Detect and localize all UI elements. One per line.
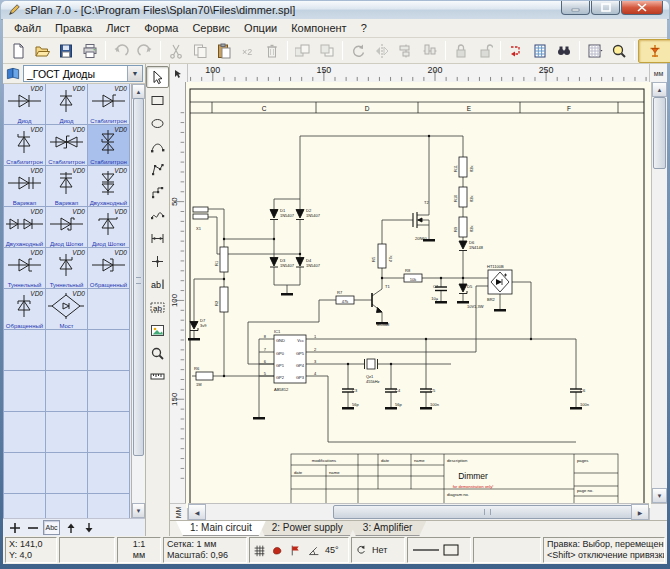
- library-cell-empty[interactable]: [46, 330, 88, 371]
- library-cell-dual-h[interactable]: VD0Двуханодный: [3, 207, 46, 248]
- menu-item-form[interactable]: Форма: [137, 20, 185, 36]
- sheet-grid-button[interactable]: [528, 39, 552, 63]
- library-cell-schottky-h[interactable]: VD0Диод Шотки: [46, 207, 88, 248]
- library-cell-empty[interactable]: [46, 371, 88, 412]
- send-back-button[interactable]: [315, 39, 339, 63]
- library-cell-empty[interactable]: [88, 494, 130, 518]
- mirror-button[interactable]: [370, 39, 394, 63]
- tool-polyline[interactable]: [146, 181, 169, 203]
- menu-item-options[interactable]: Опции: [237, 20, 284, 36]
- menu-item-sheet[interactable]: Лист: [99, 20, 137, 36]
- scroll-up-icon[interactable]: ▲: [132, 84, 145, 99]
- library-scrollbar-thumb[interactable]: [133, 98, 144, 456]
- ruler-origin-button[interactable]: [170, 64, 188, 83]
- open-button[interactable]: [30, 39, 54, 63]
- library-cell-tunnel-v[interactable]: VD0Туннельный: [46, 248, 88, 289]
- flag-icon[interactable]: [289, 544, 302, 557]
- vertical-scrollbar-thumb[interactable]: [653, 97, 666, 169]
- scroll-down-icon[interactable]: ▼: [132, 503, 145, 518]
- scroll-up-icon[interactable]: ▲: [652, 82, 667, 97]
- library-cell-empty[interactable]: [88, 453, 130, 494]
- copy-button[interactable]: [188, 39, 212, 63]
- library-cell-empty[interactable]: [3, 453, 46, 494]
- library-select[interactable]: _ГОСТ Диоды ▼: [23, 65, 143, 82]
- freehand-icon[interactable]: [271, 544, 284, 557]
- sheet-tab-3[interactable]: 3: Amplifier: [349, 521, 426, 536]
- print-button[interactable]: [78, 39, 102, 63]
- library-cell-zener-bi-v[interactable]: VD0Стабилитрон: [88, 125, 130, 166]
- paste-button[interactable]: [212, 39, 236, 63]
- new-button[interactable]: [6, 39, 30, 63]
- route-button[interactable]: [504, 39, 528, 63]
- tool-dimension[interactable]: [146, 227, 169, 249]
- library-cell-varicap-v[interactable]: VD0Варикап: [46, 166, 88, 207]
- tool-rectangle[interactable]: [146, 89, 169, 111]
- library-cell-empty[interactable]: [88, 330, 130, 371]
- library-cell-reverse-v[interactable]: VD0Обращенный: [3, 289, 46, 330]
- library-cell-empty[interactable]: [3, 494, 46, 518]
- tool-pointer[interactable]: [146, 66, 169, 88]
- menu-item-help[interactable]: ?: [354, 20, 374, 36]
- library-cell-empty[interactable]: [46, 494, 88, 518]
- chevron-down-icon[interactable]: ▼: [127, 66, 142, 81]
- delete-button[interactable]: [260, 39, 284, 63]
- unlock-button[interactable]: [473, 39, 497, 63]
- scroll-down-icon[interactable]: ▼: [652, 488, 667, 503]
- tool-zoom-area[interactable]: [146, 342, 169, 364]
- tool-curve[interactable]: [146, 204, 169, 226]
- title-bar[interactable]: sPlan 7.0 - [C:\Program Files\Splan70\Fi…: [1, 1, 669, 20]
- bring-front-button[interactable]: [291, 39, 315, 63]
- library-cell-bridge[interactable]: VD0Мост: [46, 289, 88, 330]
- library-cell-zener-v[interactable]: VD0Стабилитрон: [3, 125, 46, 166]
- menu-item-edit[interactable]: Правка: [48, 20, 99, 36]
- library-cell-empty[interactable]: [3, 330, 46, 371]
- menu-item-file[interactable]: Файл: [7, 20, 48, 36]
- library-cell-empty[interactable]: [3, 371, 46, 412]
- vertical-scrollbar[interactable]: ▲ ▼: [651, 82, 667, 503]
- rotate-button[interactable]: [346, 39, 370, 63]
- scroll-left-icon[interactable]: ◀: [188, 504, 206, 520]
- library-control-minus[interactable]: [25, 521, 40, 534]
- library-cell-empty[interactable]: [88, 412, 130, 453]
- duplicate-button[interactable]: ×2: [236, 39, 260, 63]
- tool-image[interactable]: [146, 319, 169, 341]
- library-cell-zener-bi-h[interactable]: VD0Стабилитрон: [46, 125, 88, 166]
- menu-item-component[interactable]: Компонент: [284, 20, 353, 36]
- save-button[interactable]: [54, 39, 78, 63]
- library-cell-reverse-h[interactable]: VD0Обращенный: [88, 248, 130, 289]
- library-cell-empty[interactable]: [88, 289, 130, 330]
- sheet-tab-2[interactable]: 2: Power supply: [258, 521, 357, 536]
- schematic-canvas[interactable]: CDEF: [186, 82, 651, 508]
- scroll-right-icon[interactable]: ▶: [631, 504, 649, 520]
- library-control-arrow-down[interactable]: [81, 521, 96, 534]
- menu-item-service[interactable]: Сервис: [185, 20, 237, 36]
- zoom-button[interactable]: [607, 39, 631, 63]
- cut-button[interactable]: [164, 39, 188, 63]
- library-cell-varicap-h[interactable]: VD0Варикап: [3, 166, 46, 207]
- grid-icon[interactable]: [253, 544, 266, 557]
- close-button[interactable]: [621, 1, 663, 15]
- library-cell-empty[interactable]: [3, 412, 46, 453]
- tool-bezier[interactable]: [146, 135, 169, 157]
- component-mode-button[interactable]: [638, 39, 670, 63]
- tool-ellipse[interactable]: [146, 112, 169, 134]
- horizontal-scrollbar[interactable]: ◀ ▶: [188, 503, 649, 520]
- library-control-plus[interactable]: [7, 521, 22, 534]
- library-cell-diode-h[interactable]: VD0Диод: [3, 84, 46, 125]
- tool-node[interactable]: [146, 250, 169, 272]
- tool-textbox[interactable]: ab: [146, 296, 169, 318]
- rotate-icon[interactable]: [355, 544, 367, 556]
- sheet-tab-1[interactable]: 1: Main circuit: [176, 521, 266, 536]
- angle-icon[interactable]: [307, 544, 320, 557]
- minimize-button[interactable]: [561, 1, 590, 15]
- tool-measure[interactable]: [146, 365, 169, 387]
- tool-text[interactable]: ab: [146, 273, 169, 295]
- search-button[interactable]: [552, 39, 576, 63]
- library-cell-empty[interactable]: [88, 371, 130, 412]
- library-cell-diode-v[interactable]: VD0Диод: [46, 84, 88, 125]
- library-control-abc[interactable]: Abc: [43, 520, 60, 535]
- library-control-arrow-up[interactable]: [63, 521, 78, 534]
- undo-button[interactable]: [109, 39, 133, 63]
- tool-polygon[interactable]: [146, 158, 169, 180]
- library-cell-tunnel-h[interactable]: VD0Туннельный: [3, 248, 46, 289]
